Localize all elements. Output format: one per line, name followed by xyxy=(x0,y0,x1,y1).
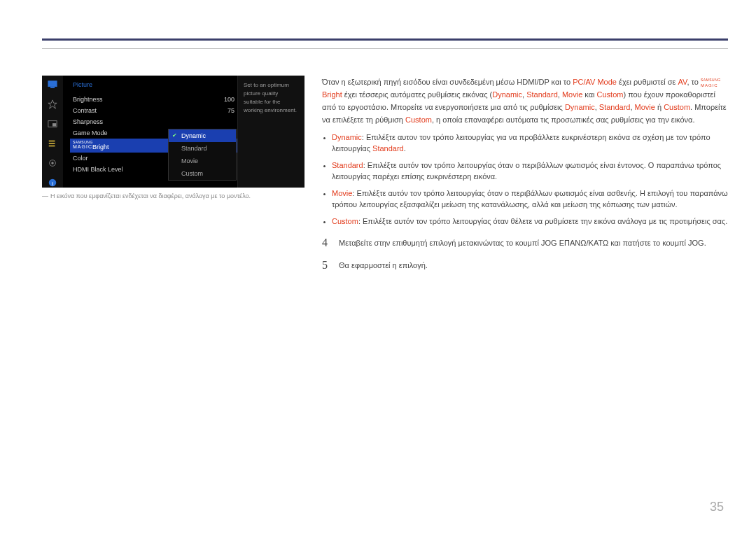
svg-rect-4 xyxy=(52,123,56,126)
svg-rect-7 xyxy=(49,146,55,147)
list-item: Custom: Επιλέξτε αυτόν τον τρόπο λειτουρ… xyxy=(332,216,728,227)
svg-rect-6 xyxy=(49,143,55,144)
intro-paragraph: Όταν η εξωτερική πηγή εισόδου είναι συνδ… xyxy=(322,76,728,126)
list-icon xyxy=(47,139,58,148)
osd-sidebar: i xyxy=(42,76,63,188)
gear-icon xyxy=(47,158,58,168)
step-5: 5 Θα εφαρμοστεί η επιλογή. xyxy=(322,259,728,272)
image-caption: ―Η εικόνα που εμφανίζεται ενδέχεται να δ… xyxy=(42,192,251,199)
step-number: 5 xyxy=(322,259,332,272)
svg-point-9 xyxy=(51,162,54,164)
osd-submenu: Dynamic Standard Movie Custom xyxy=(168,129,237,181)
svg-rect-1 xyxy=(50,87,54,88)
info-icon: i xyxy=(47,178,58,188)
list-item: Dynamic: Επιλέξτε αυτον τον τρόπο λειτου… xyxy=(332,132,728,154)
samsung-magic-inline: SAMSUNGMAGIC xyxy=(701,77,721,88)
bullet-list: Dynamic: Επιλέξτε αυτον τον τρόπο λειτου… xyxy=(332,132,728,227)
step-4: 4 Μεταβείτε στην επιθυμητή επιλογή μετακ… xyxy=(322,237,728,249)
svg-marker-2 xyxy=(48,100,57,108)
display-icon xyxy=(47,99,58,109)
svg-rect-5 xyxy=(49,141,55,142)
osd-screenshot: i Picture Brightness100 Contrast75 Sharp… xyxy=(42,76,304,188)
header-accent-bar xyxy=(42,38,728,41)
pip-icon xyxy=(47,119,58,129)
samsung-magic-bright-label: SAMSUNGMAGICBright xyxy=(73,141,108,150)
step-number: 4 xyxy=(322,237,332,249)
submenu-item: Movie xyxy=(169,155,236,167)
osd-main-panel: Picture Brightness100 Contrast75 Sharpne… xyxy=(63,76,304,188)
steps: 4 Μεταβείτε στην επιθυμητή επιλογή μετακ… xyxy=(322,237,728,272)
step-text: Μεταβείτε στην επιθυμητή επιλογή μετακιν… xyxy=(339,237,706,249)
submenu-item: Standard xyxy=(169,142,236,155)
list-item: Standard: Επιλέξτε αυτόν τον τρόπο λειτο… xyxy=(332,160,728,182)
header-divider xyxy=(42,48,728,49)
page-number: 35 xyxy=(710,500,724,514)
svg-text:i: i xyxy=(52,181,53,187)
monitor-icon xyxy=(47,80,58,90)
step-text: Θα εφαρμοστεί η επιλογή. xyxy=(339,259,428,272)
osd-hint: Set to an optimum picture quality suitab… xyxy=(237,76,304,188)
svg-rect-0 xyxy=(48,81,57,87)
submenu-item: Dynamic xyxy=(169,129,236,142)
submenu-item: Custom xyxy=(169,167,236,180)
main-content: Όταν η εξωτερική πηγή εισόδου είναι συνδ… xyxy=(322,76,728,281)
list-item: Movie: Επιλέξτε αυτόν τον τρόπο λειτουργ… xyxy=(332,188,728,210)
